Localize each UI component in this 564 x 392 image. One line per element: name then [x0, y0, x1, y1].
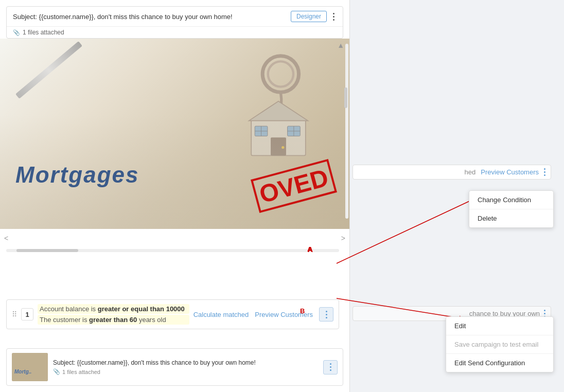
scroll-left-arrow[interactable]: <	[4, 234, 8, 242]
email-image-area: Mortgages OVED ▲	[0, 39, 349, 229]
sub-email-content: Subject: {{customer.name}}, don't miss t…	[53, 359, 318, 375]
svg-point-1	[268, 61, 293, 86]
condition-section: ⠿ 1 Account balance is greater or equal …	[6, 299, 339, 329]
email-header: Subject: {{customer.name}}, don't miss t…	[7, 7, 343, 27]
condition-actions: Calculate matched Preview Customers	[193, 307, 333, 322]
designer-button[interactable]: Designer	[291, 11, 327, 22]
scroll-up-arrow[interactable]: ▲	[337, 41, 344, 49]
sub-email-more-options-button[interactable]	[323, 360, 338, 375]
sub-email-thumbnail: Mortg..	[12, 353, 48, 381]
attachment-row: 📎 1 files attached	[7, 27, 343, 38]
condition-line2-bold: greater than 60	[89, 316, 137, 324]
sub-attachment-icon: 📎	[53, 368, 60, 375]
scroll-right-arrow[interactable]: >	[341, 234, 345, 242]
dropdown-item-save-test: Save campaign to test email	[446, 335, 553, 354]
condition-highlight-row1: Account balance is greater or equal than…	[38, 304, 189, 314]
svg-rect-12	[12, 353, 48, 381]
thumbnail-image: Mortg..	[12, 353, 48, 381]
drag-handle-icon[interactable]: ⠿	[12, 310, 17, 318]
attachment-icon: 📎	[13, 29, 20, 36]
sub-email-subject: Subject: {{customer.name}}, don't miss t…	[53, 359, 318, 366]
condition-highlight-row2: The customer is greater than 60 years ol…	[38, 315, 189, 325]
condition-row: ⠿ 1 Account balance is greater or equal …	[6, 299, 339, 329]
horizontal-scroll-track	[6, 249, 339, 252]
condition-line1-prefix: Account balance is	[40, 305, 98, 313]
top-preview-bar-label: hed	[465, 168, 476, 176]
dropdown-change-condition: Change Condition Delete	[469, 190, 554, 228]
mortgages-text: Mortgages	[15, 162, 139, 188]
dropdown-item-edit-send-config[interactable]: Edit Send Configuration	[446, 354, 553, 372]
right-panel: hed Preview Customers Change Condition D…	[350, 0, 564, 392]
dropdown-item-edit[interactable]: Edit	[446, 317, 553, 335]
condition-text: Account balance is greater or equal than…	[38, 304, 189, 325]
svg-text:Mortg..: Mortg..	[14, 369, 31, 375]
top-preview-bar: hed Preview Customers	[352, 165, 551, 180]
email-preview-card: Subject: {{customer.name}}, don't miss t…	[6, 6, 343, 39]
condition-line2-suffix: years old	[137, 316, 166, 324]
condition-number: 1	[21, 308, 33, 320]
dropdown-edit-menu: Edit Save campaign to test email Edit Se…	[446, 316, 554, 372]
condition-line1-bold: greater or equal than 10000	[98, 305, 185, 313]
sub-attachment-text: 1 files attached	[62, 369, 100, 375]
scroll-track	[345, 44, 348, 219]
top-preview-customers-btn[interactable]: Preview Customers	[481, 168, 539, 176]
attachment-text: 1 files attached	[23, 29, 64, 36]
condition-more-options-button[interactable]	[319, 307, 333, 322]
pen-decoration	[15, 41, 82, 99]
sub-email-attachment-row: 📎 1 files attached	[53, 368, 318, 375]
top-preview-dots-btn[interactable]	[544, 168, 545, 176]
main-content-area: Subject: {{customer.name}}, don't miss t…	[0, 0, 350, 392]
dropdown-item-change-condition[interactable]: Change Condition	[469, 191, 553, 209]
email-more-options-button[interactable]	[331, 13, 337, 21]
condition-line2-prefix: The customer is	[40, 316, 89, 324]
horizontal-scroll-thumb[interactable]	[16, 249, 78, 252]
dropdown-item-delete[interactable]: Delete	[469, 209, 553, 227]
preview-customers-link[interactable]: Preview Customers	[255, 311, 313, 318]
calculate-matched-link[interactable]: Calculate matched	[193, 311, 249, 318]
email-subject: Subject: {{customer.name}}, don't miss t…	[13, 13, 291, 21]
sub-email-card: Mortg.. Subject: {{customer.name}}, don'…	[6, 348, 343, 386]
scroll-thumb[interactable]	[344, 87, 347, 108]
